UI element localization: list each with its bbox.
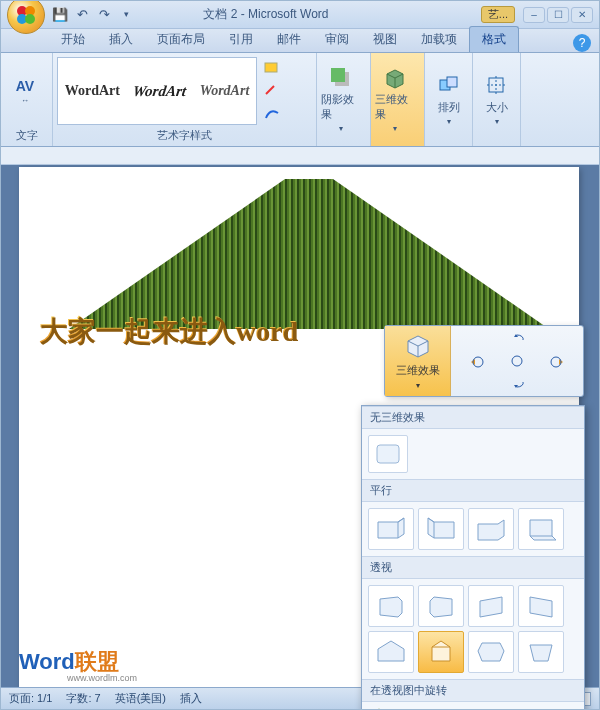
tab-insert[interactable]: 插入 (97, 27, 145, 52)
restore-button[interactable]: ☐ (547, 7, 569, 23)
preset-perspective-5[interactable] (368, 631, 414, 673)
shadow-effects-button[interactable]: 阴影效果▾ (321, 64, 361, 136)
tab-mailings[interactable]: 邮件 (265, 27, 313, 52)
cube-icon (383, 66, 407, 90)
shape-outline-button[interactable] (261, 81, 285, 101)
wordart-group-label: 艺术字样式 (57, 127, 312, 144)
arrange-icon (437, 74, 461, 98)
preset-perspective-8[interactable] (518, 631, 564, 673)
status-insert-mode[interactable]: 插入 (180, 691, 202, 706)
tilt-reset-button[interactable] (504, 351, 530, 371)
preset-perspective-4[interactable] (518, 585, 564, 627)
tilt-down-button[interactable] (504, 372, 530, 392)
tilt-left-button[interactable] (463, 351, 489, 371)
quick-access-toolbar: 💾 ↶ ↷ ▾ (51, 5, 135, 23)
section-parallel: 平行 (362, 479, 584, 502)
menu-3d-color[interactable]: 三维颜色(C) ▸ (362, 702, 584, 710)
tilt-right-button[interactable] (545, 351, 571, 371)
svg-rect-8 (447, 77, 457, 87)
tab-layout[interactable]: 页面布局 (145, 27, 217, 52)
cube-icon (404, 332, 432, 360)
title-bar: 💾 ↶ ↷ ▾ 文档 2 - Microsoft Word 艺... – ☐ ✕ (1, 1, 599, 29)
preset-parallel-3[interactable] (468, 508, 514, 550)
svg-rect-4 (265, 63, 277, 72)
wordart-style-2[interactable]: WordArt (132, 83, 187, 100)
save-icon[interactable]: 💾 (51, 5, 69, 23)
tilt-up-button[interactable] (504, 330, 530, 350)
svg-rect-6 (331, 68, 345, 82)
text-group-label: 文字 (5, 127, 48, 144)
spacing-button[interactable]: AV ↔ (5, 55, 45, 127)
preset-perspective-1[interactable] (368, 585, 414, 627)
office-button[interactable] (7, 0, 45, 34)
preset-perspective-3[interactable] (468, 585, 514, 627)
document-area: 大家一起来进入word 三维效果 ▾ 无三维效果 平行 (1, 165, 599, 709)
3d-effects-button[interactable]: 三维效果▾ (375, 64, 415, 136)
tab-addins[interactable]: 加载项 (409, 27, 469, 52)
status-page[interactable]: 页面: 1/1 (9, 691, 52, 706)
qat-more-icon[interactable]: ▾ (117, 5, 135, 23)
section-no-3d: 无三维效果 (362, 406, 584, 429)
spacing-icon: AV (16, 78, 34, 94)
horizontal-ruler[interactable] (1, 147, 599, 165)
office-logo-icon (14, 3, 38, 27)
ribbon: AV ↔ 文字 WordArt WordArt WordArt 艺术字样式 阴影… (1, 53, 599, 147)
3d-effects-gallery: 无三维效果 平行 透视 在透视图中旋转 三维颜色(C) ▸ (361, 405, 585, 710)
close-button[interactable]: ✕ (571, 7, 593, 23)
svg-point-3 (25, 14, 35, 24)
preset-parallel-1[interactable] (368, 508, 414, 550)
preset-perspective-7[interactable] (468, 631, 514, 673)
status-wordcount[interactable]: 字数: 7 (66, 691, 100, 706)
tab-view[interactable]: 视图 (361, 27, 409, 52)
preset-perspective-6-selected[interactable] (418, 631, 464, 673)
redo-icon[interactable]: ↷ (95, 5, 113, 23)
tab-review[interactable]: 审阅 (313, 27, 361, 52)
preset-parallel-4[interactable] (518, 508, 564, 550)
tab-home[interactable]: 开始 (49, 27, 97, 52)
minimize-button[interactable]: – (523, 7, 545, 23)
section-perspective: 透视 (362, 556, 584, 579)
svg-rect-13 (377, 445, 399, 463)
wordart-object[interactable]: 大家一起来进入word (39, 312, 297, 350)
wordart-style-gallery[interactable]: WordArt WordArt WordArt (57, 57, 257, 125)
preset-perspective-2[interactable] (418, 585, 464, 627)
contextual-tab-chip[interactable]: 艺... (481, 6, 515, 23)
shape-fill-button[interactable] (261, 59, 285, 79)
shadow-icon (329, 66, 353, 90)
help-button[interactable]: ? (573, 34, 591, 52)
size-button[interactable]: 大小▾ (477, 64, 516, 136)
change-shape-button[interactable] (261, 103, 285, 123)
ribbon-tabs: 开始 插入 页面布局 引用 邮件 审阅 视图 加载项 格式 ? (1, 29, 599, 53)
wordart-3d-extrusion (69, 179, 549, 329)
3d-tilt-controls (451, 326, 583, 396)
preset-parallel-2[interactable] (418, 508, 464, 550)
undo-icon[interactable]: ↶ (73, 5, 91, 23)
color-icon (370, 706, 388, 710)
section-rotate: 在透视图中旋转 (362, 679, 584, 702)
wordart-style-1[interactable]: WordArt (65, 83, 120, 99)
watermark-logo: Word联盟 www.wordlm.com (19, 647, 137, 683)
3d-mini-toolbar: 三维效果 ▾ (384, 325, 584, 397)
wordart-style-3[interactable]: WordArt (200, 83, 250, 99)
size-icon (485, 74, 509, 98)
preset-no-3d[interactable] (368, 435, 408, 473)
3d-effects-split-button[interactable]: 三维效果 ▾ (385, 326, 451, 396)
svg-point-11 (512, 356, 522, 366)
window-controls: – ☐ ✕ (523, 7, 593, 23)
status-language[interactable]: 英语(美国) (115, 691, 166, 706)
arrange-button[interactable]: 排列▾ (429, 64, 468, 136)
tab-references[interactable]: 引用 (217, 27, 265, 52)
tab-format[interactable]: 格式 (469, 26, 519, 52)
